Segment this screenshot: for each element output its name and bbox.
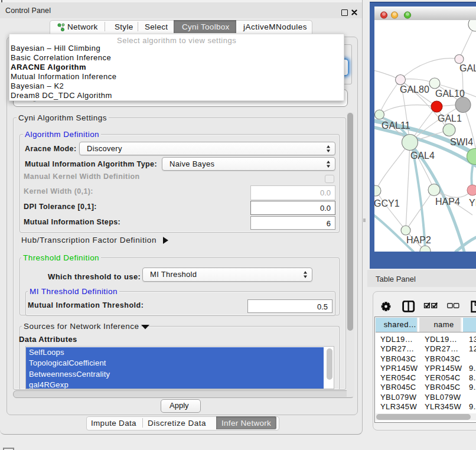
- svg-text:GAL80: GAL80: [400, 84, 429, 94]
- svg-text:SWI4: SWI4: [450, 137, 473, 147]
- svg-text:GAL1: GAL1: [438, 113, 462, 123]
- svg-text:HAP4: HAP4: [435, 197, 460, 207]
- svg-text:HAP2: HAP2: [406, 235, 431, 245]
- svg-text:GCY1: GCY1: [374, 198, 400, 208]
- svg-text:GAL4: GAL4: [410, 151, 435, 161]
- svg-text:YMR: YMR: [469, 198, 476, 208]
- svg-text:GAL10: GAL10: [435, 89, 465, 99]
- svg-text:GAL7: GAL7: [459, 63, 476, 73]
- svg-text:GAL11: GAL11: [382, 120, 410, 131]
